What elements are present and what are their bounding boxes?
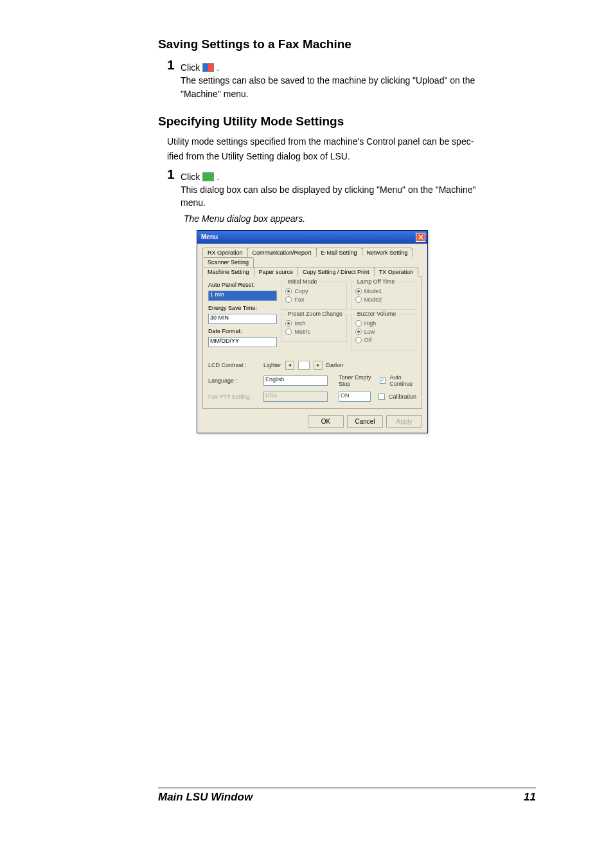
date-format-select[interactable]: MM/DD/YY	[208, 337, 277, 347]
menu-dialog: Menu RX Operation Communication/Report E…	[197, 230, 428, 433]
auto-panel-reset-label: Auto Panel Reset:	[208, 282, 277, 288]
close-icon[interactable]	[416, 233, 425, 242]
dialog-appears-note: The Menu dialog box appears.	[184, 213, 536, 224]
step-text-line2a: This dialog box can also be displayed by…	[181, 183, 476, 196]
language-select[interactable]: English	[263, 375, 328, 386]
lcd-slider-track[interactable]	[298, 361, 310, 370]
tab-rx-operation[interactable]: RX Operation	[202, 248, 248, 257]
buzzer-off-label: Off	[364, 337, 372, 343]
lamp-off-mode1-label: Mode1	[364, 288, 382, 294]
tab-copy-direct-print[interactable]: Copy Setting / Direct Print	[298, 267, 375, 276]
ok-button[interactable]: OK	[308, 415, 344, 428]
tab-scanner-setting[interactable]: Scanner Setting	[202, 257, 254, 267]
tab-paper-source[interactable]: Paper source	[254, 267, 299, 276]
preset-zoom-group-label: Preset Zoom Change	[285, 311, 344, 317]
lcd-contrast-label: LCD Contrast :	[208, 362, 260, 368]
initial-mode-group-label: Initial Mode	[285, 278, 319, 285]
lamp-off-mode2-label: Mode2	[364, 296, 382, 303]
energy-save-select[interactable]: 30 MIN	[208, 314, 277, 324]
tab-network-setting[interactable]: Network Setting	[362, 248, 413, 257]
footer-page-number: 11	[524, 791, 536, 804]
step-text-click: Click	[181, 172, 202, 182]
step-number: 1	[167, 167, 176, 181]
preset-zoom-inch-radio[interactable]	[285, 320, 292, 327]
date-format-label: Date Format:	[208, 328, 277, 334]
tab-email-setting[interactable]: E-Mail Setting	[316, 248, 362, 257]
intro-line2: ified from the Utility Setting dialog bo…	[167, 150, 536, 163]
buzzer-high-radio[interactable]	[355, 320, 362, 327]
auto-continue-label: Auto Continue	[389, 374, 416, 387]
dialog-title: Menu	[201, 233, 218, 240]
section-heading-saving: Saving Settings to a Fax Machine	[158, 37, 536, 51]
cancel-button[interactable]: Cancel	[347, 415, 383, 428]
preset-zoom-metric-label: Metric	[294, 329, 310, 335]
buzzer-off-radio[interactable]	[355, 337, 362, 343]
fax-ptt-label: Fax PTT Setting :	[208, 393, 260, 400]
footer-left: Main LSU Window	[158, 791, 253, 804]
preset-zoom-metric-radio[interactable]	[285, 329, 292, 335]
buzzer-low-radio[interactable]	[355, 329, 362, 335]
calibration-checkbox[interactable]	[378, 393, 385, 400]
step-text-dot: .	[217, 62, 219, 73]
step-text-line2b: "Machine" menu.	[181, 87, 475, 100]
tab-panel-machine-setting: Auto Panel Reset: 1 min Energy Save Time…	[202, 276, 422, 409]
step-text-line2a: The settings can also be saved to the ma…	[181, 74, 475, 87]
lamp-off-mode2-radio[interactable]	[355, 296, 362, 303]
dialog-titlebar[interactable]: Menu	[197, 231, 427, 244]
tab-communication-report[interactable]: Communication/Report	[247, 248, 317, 257]
lamp-off-mode1-radio[interactable]	[355, 288, 362, 294]
fax-ptt-select: USA	[263, 392, 328, 402]
upload-icon	[202, 63, 214, 72]
buzzer-high-label: High	[364, 320, 377, 327]
step-number: 1	[167, 58, 176, 71]
apply-button[interactable]: Apply	[386, 415, 422, 428]
lamp-off-group-label: Lamp Off Time	[355, 278, 397, 285]
language-label: Language :	[208, 377, 260, 384]
lcd-right-button[interactable]: ▸	[314, 361, 323, 370]
energy-save-label: Energy Save Time:	[208, 305, 277, 311]
initial-mode-copy-label: Copy	[294, 288, 308, 294]
toner-empty-select[interactable]: ON	[339, 392, 371, 402]
lcd-left-button[interactable]: ◂	[285, 361, 294, 370]
calibration-label: Calibration	[389, 393, 416, 400]
auto-continue-checkbox[interactable]	[380, 377, 386, 384]
preset-zoom-inch-label: Inch	[294, 320, 305, 327]
intro-line1: Utility mode settings specified from the…	[167, 135, 536, 149]
buzzer-low-label: Low	[364, 329, 375, 335]
tab-tx-operation[interactable]: TX Operation	[374, 267, 419, 276]
auto-panel-reset-select[interactable]: 1 min	[208, 291, 277, 301]
section-heading-utility: Specifying Utility Mode Settings	[158, 114, 536, 129]
initial-mode-fax-radio[interactable]	[285, 296, 292, 303]
step-text-dot: .	[217, 172, 219, 182]
step-text-click: Click	[181, 62, 202, 73]
initial-mode-copy-radio[interactable]	[285, 288, 292, 294]
step-text-line2b: menu.	[181, 196, 476, 209]
lcd-darker-label: Darker	[326, 362, 344, 368]
lcd-lighter-label: Lighter	[263, 362, 281, 368]
tab-machine-setting[interactable]: Machine Setting	[202, 267, 254, 276]
buzzer-group-label: Buzzer Volume	[355, 311, 398, 317]
menu-icon	[202, 172, 214, 181]
toner-empty-label: Toner Empty Stop	[339, 374, 372, 387]
initial-mode-fax-label: Fax	[294, 296, 304, 303]
